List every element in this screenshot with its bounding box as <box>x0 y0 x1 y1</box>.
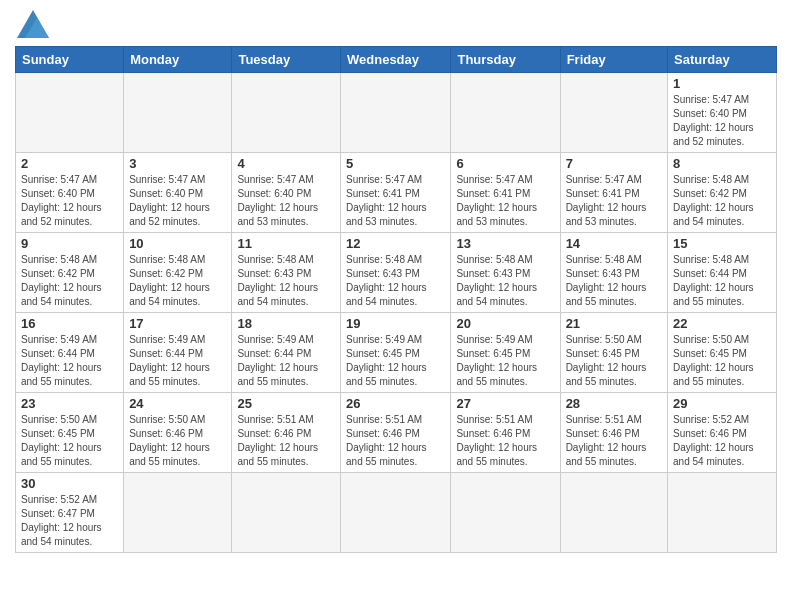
day-info: Sunrise: 5:47 AM Sunset: 6:41 PM Dayligh… <box>456 173 554 229</box>
day-info: Sunrise: 5:47 AM Sunset: 6:40 PM Dayligh… <box>673 93 771 149</box>
calendar-cell-1-1: 3Sunrise: 5:47 AM Sunset: 6:40 PM Daylig… <box>124 153 232 233</box>
day-header-sunday: Sunday <box>16 47 124 73</box>
day-header-thursday: Thursday <box>451 47 560 73</box>
day-number: 7 <box>566 156 662 171</box>
header <box>15 10 777 38</box>
calendar-cell-5-6 <box>668 473 777 553</box>
day-number: 29 <box>673 396 771 411</box>
calendar-cell-2-6: 15Sunrise: 5:48 AM Sunset: 6:44 PM Dayli… <box>668 233 777 313</box>
calendar-cell-1-0: 2Sunrise: 5:47 AM Sunset: 6:40 PM Daylig… <box>16 153 124 233</box>
day-info: Sunrise: 5:50 AM Sunset: 6:45 PM Dayligh… <box>21 413 118 469</box>
day-number: 9 <box>21 236 118 251</box>
calendar-cell-1-3: 5Sunrise: 5:47 AM Sunset: 6:41 PM Daylig… <box>341 153 451 233</box>
calendar-cell-5-5 <box>560 473 667 553</box>
day-number: 3 <box>129 156 226 171</box>
day-info: Sunrise: 5:50 AM Sunset: 6:45 PM Dayligh… <box>566 333 662 389</box>
calendar-cell-1-4: 6Sunrise: 5:47 AM Sunset: 6:41 PM Daylig… <box>451 153 560 233</box>
day-info: Sunrise: 5:48 AM Sunset: 6:44 PM Dayligh… <box>673 253 771 309</box>
day-number: 14 <box>566 236 662 251</box>
calendar-cell-0-5 <box>560 73 667 153</box>
day-number: 12 <box>346 236 445 251</box>
day-info: Sunrise: 5:47 AM Sunset: 6:40 PM Dayligh… <box>129 173 226 229</box>
logo-area <box>15 10 49 38</box>
calendar-cell-2-5: 14Sunrise: 5:48 AM Sunset: 6:43 PM Dayli… <box>560 233 667 313</box>
day-number: 16 <box>21 316 118 331</box>
calendar-week-0: 1Sunrise: 5:47 AM Sunset: 6:40 PM Daylig… <box>16 73 777 153</box>
day-number: 19 <box>346 316 445 331</box>
calendar-cell-5-3 <box>341 473 451 553</box>
calendar-cell-4-0: 23Sunrise: 5:50 AM Sunset: 6:45 PM Dayli… <box>16 393 124 473</box>
calendar-cell-5-2 <box>232 473 341 553</box>
day-number: 13 <box>456 236 554 251</box>
day-number: 6 <box>456 156 554 171</box>
calendar-cell-5-4 <box>451 473 560 553</box>
calendar-week-4: 23Sunrise: 5:50 AM Sunset: 6:45 PM Dayli… <box>16 393 777 473</box>
calendar-week-2: 9Sunrise: 5:48 AM Sunset: 6:42 PM Daylig… <box>16 233 777 313</box>
day-header-tuesday: Tuesday <box>232 47 341 73</box>
calendar-cell-4-6: 29Sunrise: 5:52 AM Sunset: 6:46 PM Dayli… <box>668 393 777 473</box>
day-number: 5 <box>346 156 445 171</box>
calendar-cell-3-5: 21Sunrise: 5:50 AM Sunset: 6:45 PM Dayli… <box>560 313 667 393</box>
day-info: Sunrise: 5:51 AM Sunset: 6:46 PM Dayligh… <box>346 413 445 469</box>
day-number: 26 <box>346 396 445 411</box>
calendar-cell-3-2: 18Sunrise: 5:49 AM Sunset: 6:44 PM Dayli… <box>232 313 341 393</box>
calendar-cell-5-0: 30Sunrise: 5:52 AM Sunset: 6:47 PM Dayli… <box>16 473 124 553</box>
day-number: 4 <box>237 156 335 171</box>
day-number: 27 <box>456 396 554 411</box>
day-info: Sunrise: 5:51 AM Sunset: 6:46 PM Dayligh… <box>237 413 335 469</box>
day-number: 2 <box>21 156 118 171</box>
calendar-cell-3-3: 19Sunrise: 5:49 AM Sunset: 6:45 PM Dayli… <box>341 313 451 393</box>
day-info: Sunrise: 5:48 AM Sunset: 6:42 PM Dayligh… <box>129 253 226 309</box>
day-number: 24 <box>129 396 226 411</box>
calendar-cell-2-0: 9Sunrise: 5:48 AM Sunset: 6:42 PM Daylig… <box>16 233 124 313</box>
day-number: 22 <box>673 316 771 331</box>
calendar-cell-4-2: 25Sunrise: 5:51 AM Sunset: 6:46 PM Dayli… <box>232 393 341 473</box>
day-info: Sunrise: 5:49 AM Sunset: 6:44 PM Dayligh… <box>237 333 335 389</box>
day-info: Sunrise: 5:47 AM Sunset: 6:40 PM Dayligh… <box>237 173 335 229</box>
day-number: 25 <box>237 396 335 411</box>
day-info: Sunrise: 5:50 AM Sunset: 6:45 PM Dayligh… <box>673 333 771 389</box>
day-number: 21 <box>566 316 662 331</box>
calendar-cell-3-6: 22Sunrise: 5:50 AM Sunset: 6:45 PM Dayli… <box>668 313 777 393</box>
day-info: Sunrise: 5:48 AM Sunset: 6:42 PM Dayligh… <box>21 253 118 309</box>
calendar-cell-2-4: 13Sunrise: 5:48 AM Sunset: 6:43 PM Dayli… <box>451 233 560 313</box>
day-info: Sunrise: 5:48 AM Sunset: 6:43 PM Dayligh… <box>237 253 335 309</box>
header-row: SundayMondayTuesdayWednesdayThursdayFrid… <box>16 47 777 73</box>
day-number: 23 <box>21 396 118 411</box>
day-info: Sunrise: 5:50 AM Sunset: 6:46 PM Dayligh… <box>129 413 226 469</box>
calendar-week-5: 30Sunrise: 5:52 AM Sunset: 6:47 PM Dayli… <box>16 473 777 553</box>
calendar-cell-0-6: 1Sunrise: 5:47 AM Sunset: 6:40 PM Daylig… <box>668 73 777 153</box>
day-info: Sunrise: 5:47 AM Sunset: 6:41 PM Dayligh… <box>566 173 662 229</box>
logo-icon <box>17 10 49 38</box>
day-header-saturday: Saturday <box>668 47 777 73</box>
day-number: 18 <box>237 316 335 331</box>
day-header-monday: Monday <box>124 47 232 73</box>
calendar-cell-3-0: 16Sunrise: 5:49 AM Sunset: 6:44 PM Dayli… <box>16 313 124 393</box>
day-number: 8 <box>673 156 771 171</box>
day-info: Sunrise: 5:48 AM Sunset: 6:42 PM Dayligh… <box>673 173 771 229</box>
calendar-cell-2-2: 11Sunrise: 5:48 AM Sunset: 6:43 PM Dayli… <box>232 233 341 313</box>
calendar-cell-1-5: 7Sunrise: 5:47 AM Sunset: 6:41 PM Daylig… <box>560 153 667 233</box>
calendar-cell-4-3: 26Sunrise: 5:51 AM Sunset: 6:46 PM Dayli… <box>341 393 451 473</box>
calendar-cell-5-1 <box>124 473 232 553</box>
calendar-week-1: 2Sunrise: 5:47 AM Sunset: 6:40 PM Daylig… <box>16 153 777 233</box>
calendar-cell-2-3: 12Sunrise: 5:48 AM Sunset: 6:43 PM Dayli… <box>341 233 451 313</box>
day-info: Sunrise: 5:49 AM Sunset: 6:44 PM Dayligh… <box>21 333 118 389</box>
day-number: 10 <box>129 236 226 251</box>
day-info: Sunrise: 5:49 AM Sunset: 6:45 PM Dayligh… <box>456 333 554 389</box>
calendar-cell-0-2 <box>232 73 341 153</box>
day-header-wednesday: Wednesday <box>341 47 451 73</box>
day-info: Sunrise: 5:47 AM Sunset: 6:41 PM Dayligh… <box>346 173 445 229</box>
calendar-header: SundayMondayTuesdayWednesdayThursdayFrid… <box>16 47 777 73</box>
day-info: Sunrise: 5:47 AM Sunset: 6:40 PM Dayligh… <box>21 173 118 229</box>
calendar-cell-0-3 <box>341 73 451 153</box>
calendar-body: 1Sunrise: 5:47 AM Sunset: 6:40 PM Daylig… <box>16 73 777 553</box>
day-info: Sunrise: 5:48 AM Sunset: 6:43 PM Dayligh… <box>346 253 445 309</box>
day-info: Sunrise: 5:51 AM Sunset: 6:46 PM Dayligh… <box>566 413 662 469</box>
calendar-cell-4-5: 28Sunrise: 5:51 AM Sunset: 6:46 PM Dayli… <box>560 393 667 473</box>
day-info: Sunrise: 5:52 AM Sunset: 6:46 PM Dayligh… <box>673 413 771 469</box>
day-info: Sunrise: 5:48 AM Sunset: 6:43 PM Dayligh… <box>566 253 662 309</box>
day-number: 15 <box>673 236 771 251</box>
day-info: Sunrise: 5:49 AM Sunset: 6:45 PM Dayligh… <box>346 333 445 389</box>
calendar-cell-4-1: 24Sunrise: 5:50 AM Sunset: 6:46 PM Dayli… <box>124 393 232 473</box>
